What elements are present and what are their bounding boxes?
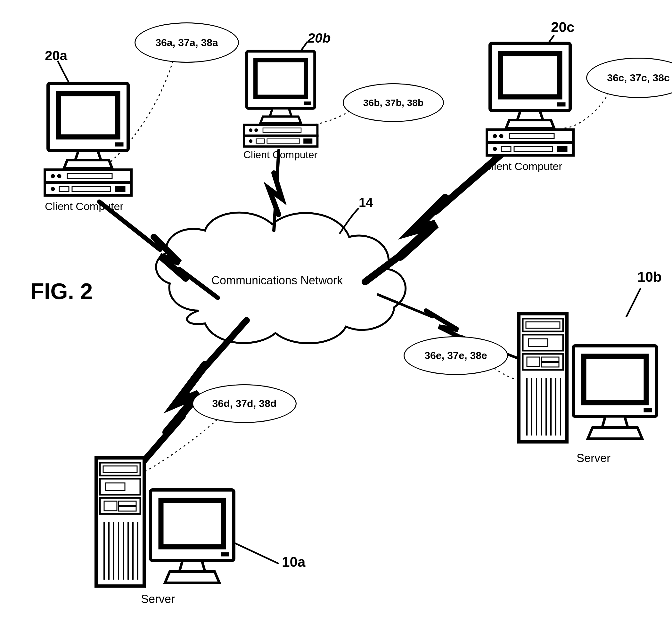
svg-rect-18: [244, 136, 318, 147]
svg-point-7: [58, 175, 61, 178]
svg-rect-56: [150, 490, 234, 560]
svg-rect-78: [581, 354, 649, 405]
svg-rect-80: [644, 408, 652, 412]
svg-rect-27: [498, 51, 562, 99]
svg-rect-0: [48, 83, 128, 150]
leader-20a: [58, 61, 72, 88]
svg-rect-41: [103, 466, 137, 472]
svg-rect-60: [519, 314, 567, 442]
svg-rect-62: [526, 322, 560, 328]
svg-rect-12: [115, 186, 125, 192]
ref-server-b: 10b: [637, 269, 662, 285]
svg-rect-3: [115, 142, 123, 146]
leader-20b: [296, 42, 308, 58]
svg-rect-67: [541, 357, 559, 361]
ref-client-a: 20a: [45, 48, 67, 63]
svg-rect-4: [45, 170, 131, 183]
diagram-stage: FIG. 2 20a 20b 20c 10a 10b 14 Client Com…: [0, 0, 672, 619]
caption-cloud: Communications Network: [211, 274, 343, 287]
svg-rect-63: [523, 335, 563, 351]
svg-rect-24: [267, 139, 300, 143]
bubble-c: 36c, 37c, 38c: [586, 58, 672, 98]
svg-rect-43: [106, 483, 125, 491]
svg-rect-57: [158, 498, 226, 549]
svg-rect-58: [163, 503, 221, 544]
svg-point-35: [493, 147, 496, 150]
leader-14: [340, 208, 359, 234]
ref-client-c: 20c: [551, 19, 574, 35]
svg-rect-47: [119, 506, 136, 511]
svg-rect-21: [263, 128, 301, 133]
svg-rect-38: [557, 146, 567, 151]
bubble-e: 36e, 37e, 38e: [404, 336, 508, 375]
svg-rect-40: [100, 463, 140, 476]
svg-rect-1: [56, 91, 120, 139]
svg-rect-30: [487, 130, 574, 142]
client-a-icon: [0, 0, 672, 619]
svg-rect-14: [253, 58, 308, 99]
svg-rect-31: [487, 142, 574, 155]
svg-rect-61: [523, 319, 563, 331]
caption-server-b: Server: [577, 452, 610, 465]
svg-rect-65: [523, 354, 563, 370]
svg-rect-2: [61, 96, 115, 135]
dotted-leaders: [109, 61, 609, 477]
svg-rect-34: [509, 134, 554, 139]
client-c-icon: [0, 0, 672, 619]
svg-point-33: [500, 135, 503, 138]
svg-rect-66: [527, 357, 540, 367]
svg-point-22: [250, 140, 252, 142]
svg-rect-11: [72, 186, 111, 192]
svg-rect-46: [119, 501, 136, 506]
svg-point-32: [493, 135, 496, 138]
caption-server-a: Server: [141, 593, 175, 606]
caption-client-c: Client Computer: [484, 160, 562, 173]
server-a-icon: [0, 0, 672, 619]
svg-rect-79: [586, 359, 644, 400]
bubble-d: 36d, 37d, 38d: [192, 384, 296, 423]
svg-point-6: [51, 175, 55, 178]
svg-point-19: [250, 129, 252, 132]
svg-rect-16: [304, 101, 311, 105]
bubble-b: 36b, 37b, 38b: [343, 83, 444, 122]
ref-server-a: 10a: [282, 554, 305, 570]
svg-rect-10: [59, 186, 69, 192]
svg-rect-28: [503, 56, 557, 94]
leader-10a: [230, 541, 279, 564]
svg-point-20: [255, 129, 258, 132]
svg-rect-13: [247, 51, 315, 109]
caption-client-a: Client Computer: [45, 200, 124, 213]
link-client-b: [269, 150, 282, 230]
svg-rect-25: [304, 139, 312, 143]
svg-rect-8: [67, 174, 112, 179]
svg-rect-15: [258, 62, 304, 95]
figure-title: FIG. 2: [30, 279, 92, 304]
svg-rect-44: [100, 498, 140, 514]
leader-20c: [543, 35, 554, 51]
svg-rect-23: [256, 139, 265, 143]
ref-cloud: 14: [359, 195, 373, 210]
svg-point-9: [51, 187, 55, 191]
bubble-a: 36a, 37a, 38a: [135, 22, 239, 63]
leader-10b: [626, 288, 641, 317]
svg-rect-37: [514, 146, 552, 151]
svg-rect-68: [541, 362, 559, 367]
client-b-icon: [0, 0, 672, 619]
svg-rect-39: [96, 458, 144, 586]
svg-rect-29: [557, 102, 565, 106]
caption-client-b: Client Computer: [244, 149, 318, 161]
svg-rect-59: [221, 552, 229, 556]
link-client-a: [99, 202, 218, 298]
svg-rect-77: [574, 346, 657, 416]
svg-rect-45: [104, 501, 117, 511]
server-b-icon: [0, 0, 672, 619]
ref-client-b: 20b: [308, 30, 331, 46]
svg-rect-36: [501, 146, 511, 151]
svg-rect-26: [490, 43, 570, 111]
svg-rect-64: [529, 339, 548, 346]
connections-layer: [0, 0, 672, 619]
svg-rect-42: [100, 479, 140, 495]
svg-rect-5: [45, 183, 131, 195]
svg-rect-17: [244, 125, 318, 136]
